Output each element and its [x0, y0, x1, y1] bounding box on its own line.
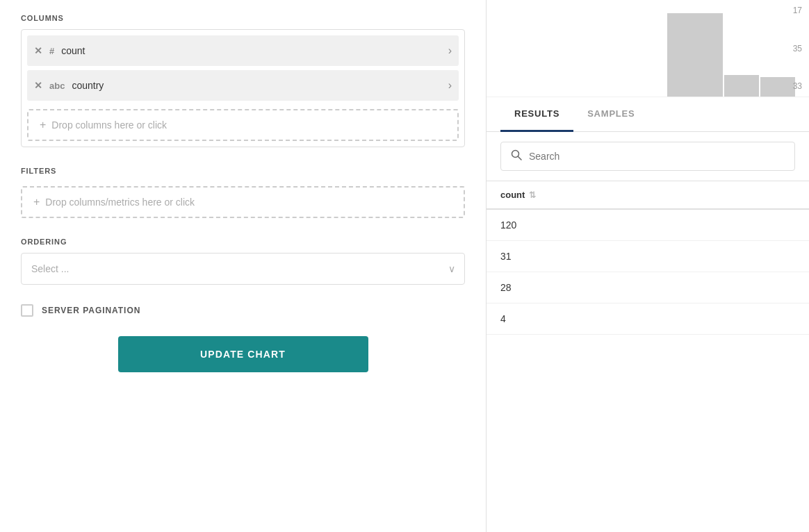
- server-pagination-label: SERVER PAGINATION: [42, 306, 140, 315]
- filters-drop-text: Drop columns/metrics here or click: [45, 197, 195, 208]
- table-row: 4: [487, 304, 809, 335]
- search-box: [500, 142, 795, 171]
- table-row: 120: [487, 210, 809, 241]
- server-pagination-checkbox[interactable]: [21, 304, 33, 317]
- expand-country-button[interactable]: ›: [448, 79, 452, 92]
- sort-count-icon[interactable]: ⇅: [529, 190, 536, 200]
- svg-line-1: [518, 157, 522, 160]
- type-badge-count: #: [49, 46, 54, 56]
- chart-label-1: 35: [793, 44, 802, 53]
- search-icon: [511, 149, 522, 163]
- results-table: count ⇅ 120 31 28 4: [487, 181, 809, 532]
- filters-label: FILTERS: [21, 167, 465, 175]
- table-header: count ⇅: [487, 181, 809, 210]
- table-row: 31: [487, 241, 809, 272]
- remove-country-button[interactable]: ✕: [34, 80, 42, 91]
- ordering-section: ORDERING Select ... count ASC count DESC…: [21, 238, 465, 285]
- ordering-label: ORDERING: [21, 238, 465, 246]
- server-pagination-row: SERVER PAGINATION: [21, 304, 465, 317]
- chart-bar-1: [724, 75, 759, 97]
- cell-count-2: 28: [500, 282, 512, 293]
- ordering-select-wrapper: Select ... count ASC count DESC country …: [21, 253, 465, 285]
- chart-bar-2: [760, 77, 795, 97]
- cell-count-1: 31: [500, 251, 512, 262]
- column-name-country: country: [72, 80, 441, 91]
- columns-drop-zone[interactable]: + Drop columns here or click: [27, 109, 459, 141]
- right-panel: 17 35 33 RESULTS SAMPLES count: [487, 0, 809, 532]
- filters-drop-plus-icon: +: [33, 196, 40, 208]
- chart-labels: 17 35 33: [793, 0, 802, 97]
- tab-results[interactable]: RESULTS: [500, 97, 573, 132]
- table-row: 28: [487, 272, 809, 304]
- column-name-count: count: [61, 45, 441, 56]
- filters-drop-zone[interactable]: + Drop columns/metrics here or click: [21, 186, 465, 218]
- column-item-count: ✕ # count ›: [27, 35, 459, 66]
- ordering-select[interactable]: Select ... count ASC count DESC country …: [21, 253, 465, 285]
- type-badge-country: abc: [49, 81, 65, 91]
- chart-label-2: 33: [793, 81, 802, 91]
- chart-area: 17 35 33: [487, 0, 809, 97]
- tabs-row: RESULTS SAMPLES: [487, 97, 809, 132]
- chart-bar-0: [667, 13, 723, 97]
- columns-label: COLUMNS: [21, 14, 465, 22]
- expand-count-button[interactable]: ›: [448, 44, 452, 57]
- search-wrapper: [487, 132, 809, 181]
- update-chart-button[interactable]: UPDATE CHART: [118, 336, 368, 372]
- columns-drop-text: Drop columns here or click: [51, 119, 167, 131]
- chart-bars: [667, 13, 795, 97]
- cell-count-3: 4: [500, 313, 506, 324]
- col-header-count: count ⇅: [500, 190, 536, 200]
- remove-count-button[interactable]: ✕: [34, 45, 42, 56]
- column-item-country: ✕ abc country ›: [27, 70, 459, 101]
- search-input[interactable]: [529, 151, 785, 162]
- cell-count-0: 120: [500, 219, 516, 231]
- col-header-count-label: count: [500, 190, 525, 200]
- drop-zone-plus-icon: +: [40, 119, 46, 131]
- chart-label-0: 17: [793, 6, 802, 15]
- columns-section: COLUMNS ✕ # count › ✕ abc country › + Dr…: [21, 14, 465, 147]
- columns-list: ✕ # count › ✕ abc country › + Drop colum…: [21, 29, 465, 147]
- left-panel: COLUMNS ✕ # count › ✕ abc country › + Dr…: [0, 0, 487, 532]
- tab-samples[interactable]: SAMPLES: [573, 97, 648, 132]
- filters-section: FILTERS + Drop columns/metrics here or c…: [21, 167, 465, 218]
